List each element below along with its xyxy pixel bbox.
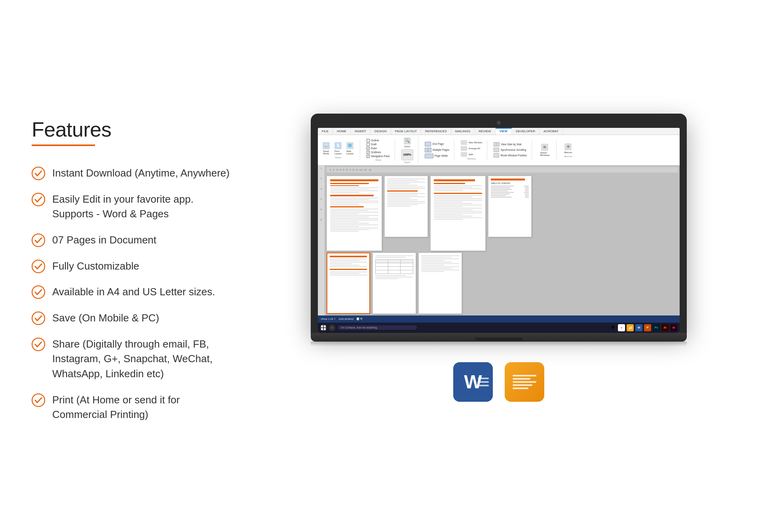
taskbar-word[interactable]: W xyxy=(635,324,642,331)
laptop-screen: FILE HOME INSERT DESIGN PAGE LAYOUT REFE… xyxy=(318,128,680,333)
check-icon xyxy=(32,193,45,206)
show-label: Show xyxy=(375,159,381,161)
taskbar-files[interactable]: 📁 xyxy=(627,324,634,331)
check-icon xyxy=(32,393,45,407)
print-layout-button[interactable]: 📄 PrintLayout xyxy=(333,141,343,156)
taskbar-chrome[interactable]: ● xyxy=(618,324,625,331)
svg-rect-10 xyxy=(321,328,323,330)
one-page-option[interactable]: One Page xyxy=(425,142,450,146)
multiple-pages-option[interactable]: Multiple Pages xyxy=(425,148,450,152)
ribbon-group-views: 📖 ReadMode 📄 PrintLayout 🌐 xyxy=(321,140,360,160)
ribbon-group-window: New Window Arrange All Split xyxy=(461,140,487,160)
reset-window-position[interactable]: Reset Window Position xyxy=(494,153,527,158)
taskbar-pp[interactable]: P xyxy=(644,324,651,331)
check-icon xyxy=(32,260,45,273)
tab-developer[interactable]: DEVELOPER xyxy=(512,128,540,135)
pages-container: 1 · 2 · 3 · 4 · 5 · 6 · 7 · 8 · 9 · 10 ·… xyxy=(325,165,680,315)
laptop-notch xyxy=(475,338,522,341)
feature-text-6: Save (On Mobile & PC) xyxy=(52,311,159,326)
ribbon-group-show: Outline Draft ✓ Ruler xyxy=(367,139,395,161)
check-icon xyxy=(32,312,45,325)
list-item: Share (Digitally through email, FB,Insta… xyxy=(32,337,238,382)
taskbar-app-1[interactable]: ⧉ xyxy=(609,324,616,331)
list-item: Fully Customizable xyxy=(32,259,238,274)
web-layout-icon: 🌐 xyxy=(346,142,353,149)
web-layout-button[interactable]: 🌐 WebLayout xyxy=(345,141,355,156)
laptop-shadow xyxy=(311,342,687,346)
ribbon-group-macros: ⚙ Macros Macros xyxy=(563,140,579,160)
read-mode-button[interactable]: 📖 ReadMode xyxy=(321,141,331,156)
zoom-value[interactable]: 100% xyxy=(401,149,413,160)
taskbar-ai[interactable]: Ai xyxy=(661,324,669,331)
tab-home[interactable]: HOME xyxy=(333,128,351,135)
split-button[interactable]: Split xyxy=(461,152,482,157)
cortana-icon[interactable]: ○ xyxy=(329,325,335,331)
tab-review[interactable]: REVIEW xyxy=(475,128,496,135)
check-icon xyxy=(32,338,45,351)
tab-references[interactable]: REFERENCES xyxy=(421,128,451,135)
cortana-search[interactable]: I'm Cortana. Ask me anything. xyxy=(338,325,417,330)
svg-point-5 xyxy=(32,312,45,325)
pages-app-icon[interactable] xyxy=(505,362,544,402)
ribbon-content: 📖 ReadMode 📄 PrintLayout 🌐 xyxy=(318,135,680,165)
ribbon-group-switch: ⧉ SwitchWindows xyxy=(538,140,556,160)
macros-button[interactable]: ⚙ Macros xyxy=(563,142,574,154)
new-window-icon xyxy=(461,140,467,145)
zoom-button[interactable]: 🔍 Zoom xyxy=(402,137,412,148)
title-underline xyxy=(32,144,95,146)
pages-row-2 xyxy=(327,253,678,314)
feature-text-5: Available in A4 and US Letter sizes. xyxy=(52,285,215,300)
list-item: Instant Download (Anytime, Anywhere) xyxy=(32,166,238,181)
page-title: Features xyxy=(32,118,238,141)
new-window-button[interactable]: New Window xyxy=(461,140,482,145)
arrange-all-button[interactable]: Arrange All xyxy=(461,146,482,151)
tab-file[interactable]: FILE xyxy=(318,128,333,135)
doc-page-7 xyxy=(418,253,462,314)
view-side-by-side[interactable]: View Side by Side xyxy=(494,142,527,146)
page-view-options: One Page Multiple Pages xyxy=(425,142,450,158)
pages-row-1: TABLE OF CONTENT xyxy=(327,176,678,251)
features-panel: Features Instant Download (Anytime, Anyw… xyxy=(32,110,238,422)
navigation-pane-checkbox[interactable]: ✓ Navigation Pane xyxy=(367,155,390,158)
taskbar-id[interactable]: Id xyxy=(670,324,677,331)
app-icons-row: W xyxy=(453,362,544,402)
gridlines-checkbox[interactable]: ✓ Gridlines xyxy=(367,151,390,154)
tab-design[interactable]: DESIGN xyxy=(370,128,391,135)
feature-text-1: Instant Download (Anytime, Anywhere) xyxy=(52,166,230,181)
doc-page-3 xyxy=(430,176,486,251)
svg-point-0 xyxy=(32,167,45,180)
switch-icon: ⧉ xyxy=(541,144,548,151)
windows-icon[interactable] xyxy=(320,325,327,331)
doc-page-2 xyxy=(384,176,428,237)
tab-acrobat[interactable]: ACROBAT xyxy=(540,128,563,135)
view-buttons: 📖 ReadMode 📄 PrintLayout 🌐 xyxy=(321,141,355,156)
taskbar-ps[interactable]: Ps xyxy=(653,324,660,331)
ruler-checkbox[interactable]: ✓ Ruler xyxy=(367,147,390,150)
switch-windows-button[interactable]: ⧉ SwitchWindows xyxy=(538,143,551,157)
window-label: Window xyxy=(467,158,476,160)
feature-text-8: Print (At Home or send it forCommercial … xyxy=(52,393,180,422)
outline-checkbox[interactable]: Outline xyxy=(367,139,390,142)
feature-text-3: 07 Pages in Document xyxy=(52,233,156,248)
draft-checkbox[interactable]: Draft xyxy=(367,143,390,146)
list-item: Easily Edit in your favorite app.Support… xyxy=(32,192,238,222)
tab-insert[interactable]: INSERT xyxy=(351,128,370,135)
svg-point-6 xyxy=(32,338,45,351)
tab-view[interactable]: VIEW xyxy=(496,128,512,135)
laptop-mockup: FILE HOME INSERT DESIGN PAGE LAYOUT REFE… xyxy=(311,114,687,346)
doc-page-1 xyxy=(327,176,382,251)
page-width-option[interactable]: Page Width xyxy=(425,154,450,158)
word-app-icon[interactable]: W xyxy=(453,362,493,402)
tab-mailings[interactable]: MAILINGS xyxy=(451,128,475,135)
list-item: Available in A4 and US Letter sizes. xyxy=(32,285,238,300)
word-ribbon: FILE HOME INSERT DESIGN PAGE LAYOUT REFE… xyxy=(318,128,680,165)
zoom-group: 🔍 Zoom 100% xyxy=(401,137,413,160)
svg-point-4 xyxy=(32,286,45,298)
tab-page-layout[interactable]: PAGE LAYOUT xyxy=(391,128,421,135)
page-count: PAGE 1 OF 7 xyxy=(321,318,335,320)
synchronous-scrolling[interactable]: Synchronous Scrolling xyxy=(494,148,527,152)
zoom-label: Zoom xyxy=(404,161,410,163)
taskbar-apps: ⧉ ● 📁 W P Ps Ai Id xyxy=(609,324,677,331)
ribbon-group-page-options: One Page Multiple Pages xyxy=(425,140,455,160)
doc-page-6 xyxy=(372,253,416,314)
